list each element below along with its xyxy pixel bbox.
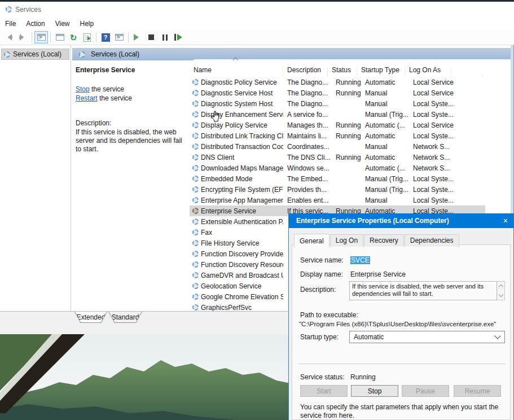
restart-service-link[interactable]: Restart bbox=[76, 94, 98, 102]
stop-service-suffix: the service bbox=[90, 85, 124, 93]
help-icon[interactable]: ? bbox=[99, 31, 112, 43]
table-row[interactable]: DNS ClientThe DNS Cli...RunningAutomatic… bbox=[190, 152, 485, 163]
cell-description: Windows se... bbox=[283, 164, 332, 172]
restart-service-icon[interactable] bbox=[172, 31, 185, 43]
cell-logon: Network S... bbox=[409, 164, 455, 172]
cell-name: Fax bbox=[201, 229, 283, 237]
cell-logon: Local Syste... bbox=[409, 100, 455, 108]
tab-general[interactable]: General bbox=[294, 234, 330, 247]
properties-icon[interactable] bbox=[53, 31, 67, 43]
cell-name: Embedded Mode bbox=[201, 175, 283, 183]
cell-logon: Local Service bbox=[409, 89, 455, 97]
path-to-executable-value: "C:\Program Files (x86)\TSplus\UserDeskt… bbox=[299, 321, 496, 327]
sidebar-item-label: Services (Local) bbox=[13, 50, 61, 58]
tab-dependencies[interactable]: Dependencies bbox=[405, 234, 459, 247]
dialog-title-bar: Enterprise Service Properties (Local Com… bbox=[289, 213, 513, 228]
pause-service-icon[interactable] bbox=[158, 31, 172, 43]
cell-description: A service fo... bbox=[283, 111, 332, 119]
stop-service-link[interactable]: Stop bbox=[76, 85, 90, 93]
cell-name: Diagnostic Service Host bbox=[201, 89, 283, 97]
extended-view-icon[interactable] bbox=[112, 31, 126, 43]
cell-name: Distributed Transaction Coo... bbox=[201, 143, 283, 151]
tab-extended[interactable]: Extended bbox=[74, 312, 107, 323]
description-scrollbar[interactable] bbox=[497, 281, 505, 300]
general-tab-page: Service name: SVCE Display name: Enterpr… bbox=[292, 244, 511, 420]
service-gear-icon bbox=[192, 90, 199, 96]
tab-standard[interactable]: Standard bbox=[108, 312, 142, 323]
cell-logon: Local Syste... bbox=[409, 132, 455, 140]
menu-action[interactable]: Action bbox=[21, 18, 50, 29]
cell-description: Manages th... bbox=[283, 121, 332, 129]
dialog-tabs: General Log On Recovery Dependencies bbox=[294, 233, 460, 247]
table-row[interactable]: Diagnostic Service HostThe Diagno...Runn… bbox=[190, 88, 485, 98]
service-gear-icon bbox=[192, 186, 199, 193]
cell-startup: Manual bbox=[361, 89, 409, 97]
scroll-up-icon[interactable] bbox=[499, 285, 503, 289]
start-button[interactable]: Start bbox=[300, 385, 348, 397]
column-header-log-on-as[interactable]: Log On As bbox=[405, 66, 451, 77]
show-console-tree-icon[interactable] bbox=[34, 31, 48, 43]
table-row[interactable]: Encrypting File System (EFS)Provides th.… bbox=[190, 184, 485, 195]
dialog-description-field[interactable]: If this service is disabled, the web ser… bbox=[349, 281, 497, 300]
cell-status: Running bbox=[332, 121, 361, 129]
table-row[interactable]: Downloaded Maps ManagerWindows se...Auto… bbox=[190, 163, 485, 173]
service-gear-icon bbox=[192, 100, 199, 107]
column-header-status[interactable]: Status bbox=[328, 66, 357, 77]
cell-startup: Automatic (... bbox=[361, 121, 409, 129]
pane-header: Services (Local) bbox=[72, 48, 514, 60]
chevron-down-icon bbox=[494, 333, 500, 339]
table-row[interactable]: Display Policy ServiceManages th...Runni… bbox=[190, 120, 485, 130]
cell-description: The Diagno... bbox=[283, 78, 332, 86]
column-header-startup-type[interactable]: Startup Type bbox=[357, 66, 405, 77]
toolbar-separator bbox=[128, 32, 129, 42]
cell-name: Google Chrome Elevation S... bbox=[201, 293, 283, 301]
column-header-name[interactable]: Name bbox=[190, 66, 283, 77]
start-service-icon[interactable] bbox=[131, 31, 144, 43]
resume-button[interactable]: Resume bbox=[454, 385, 501, 397]
tab-log-on[interactable]: Log On bbox=[330, 234, 363, 247]
table-row[interactable]: Distributed Link Tracking Cli...Maintain… bbox=[190, 130, 485, 141]
console-tree-pane: Services (Local) bbox=[0, 45, 71, 334]
table-row[interactable]: Enterprise App Managemen...Enables ent..… bbox=[190, 195, 485, 205]
tab-recovery[interactable]: Recovery bbox=[364, 234, 404, 247]
pause-button[interactable]: Pause bbox=[402, 385, 449, 397]
service-info-panel: Enterprise Service Stop the service Rest… bbox=[72, 60, 190, 310]
column-header-description[interactable]: Description bbox=[283, 66, 328, 77]
service-gear-icon bbox=[192, 111, 199, 117]
cell-logon: Local Syste... bbox=[409, 111, 455, 119]
stop-service-icon[interactable] bbox=[144, 31, 158, 43]
cell-description: The Embed... bbox=[283, 175, 332, 183]
table-row[interactable]: Diagnostic System HostThe Diagno...Manua… bbox=[190, 98, 485, 109]
cell-name: GraphicsPerfSvc bbox=[201, 304, 283, 312]
service-gear-icon bbox=[192, 208, 199, 214]
scroll-down-icon[interactable] bbox=[499, 292, 503, 297]
export-list-icon[interactable] bbox=[80, 31, 94, 43]
table-row[interactable]: Distributed Transaction Coo...Coordinate… bbox=[190, 141, 485, 152]
list-column-headers: Name Description Status Startup Type Log… bbox=[190, 62, 511, 77]
cell-name: Distributed Link Tracking Cli... bbox=[201, 132, 283, 140]
table-row[interactable]: Embedded ModeThe Embed...Manual (Trig...… bbox=[190, 173, 485, 184]
sidebar-item-services-local[interactable]: Services (Local) bbox=[1, 49, 69, 60]
screen: Services File Action View Help ↻ ? Servi… bbox=[0, 0, 514, 420]
cell-description: The Diagno... bbox=[283, 89, 332, 97]
cell-name: Geolocation Service bbox=[201, 282, 283, 290]
menu-view[interactable]: View bbox=[50, 18, 75, 29]
startup-type-select[interactable]: Automatic bbox=[349, 331, 505, 343]
cell-name: DNS Client bbox=[201, 154, 283, 161]
cell-name: Extensible Authentication P... bbox=[201, 218, 283, 226]
service-gear-icon bbox=[192, 251, 199, 257]
refresh-icon[interactable]: ↻ bbox=[67, 31, 80, 43]
forward-icon[interactable] bbox=[16, 31, 29, 43]
stop-button[interactable]: Stop bbox=[351, 385, 398, 397]
mouse-cursor bbox=[211, 111, 219, 124]
table-row[interactable]: Diagnostic Policy ServiceThe Diagno...Ru… bbox=[190, 77, 485, 88]
menu-help[interactable]: Help bbox=[75, 18, 99, 29]
close-icon[interactable]: × bbox=[503, 216, 508, 225]
back-icon[interactable] bbox=[2, 31, 16, 43]
menu-file[interactable]: File bbox=[0, 18, 21, 29]
toolbar: ↻ ? bbox=[0, 30, 514, 45]
restart-service-line: Restart the service bbox=[76, 94, 132, 102]
table-row[interactable]: Display Enhancement ServiceA service fo.… bbox=[190, 109, 485, 120]
cell-logon: Local Service bbox=[409, 78, 455, 86]
window-title: Services bbox=[15, 6, 41, 14]
